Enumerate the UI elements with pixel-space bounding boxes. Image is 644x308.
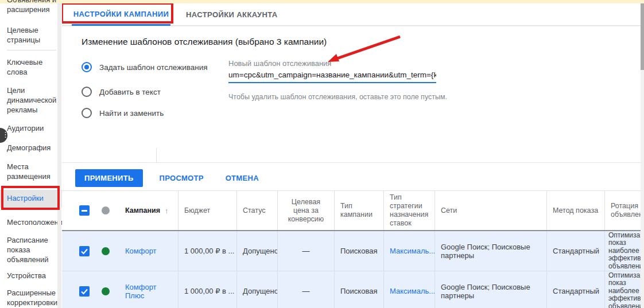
apply-button[interactable]: ПРИМЕНИТЬ (75, 169, 143, 187)
row-checkbox[interactable] (79, 246, 90, 256)
column-campaign[interactable]: Кампания (125, 206, 160, 215)
scrollbar-thumb[interactable] (641, 3, 644, 70)
sidebar-item-keywords[interactable]: Ключевые слова (7, 57, 42, 77)
page: Объявления и расширения Целевые страницы… (0, 0, 644, 308)
tracking-template-label: Новый шаблон отслеживания (228, 59, 331, 68)
radio-unselected-icon[interactable] (82, 87, 92, 97)
table-row: Комфорт 1 000,00 ₽ в ... Допущено — Поис… (62, 231, 641, 271)
column-status[interactable]: Статус (236, 191, 277, 230)
section-divider (62, 162, 641, 163)
enabled-status-icon (102, 247, 110, 255)
campaign-type-cell: Поисковая (334, 271, 383, 308)
sidebar-item-ads-extensions[interactable]: Объявления и расширения (7, 0, 56, 14)
networks-cell: Google Поиск; Поисковые партнеры (434, 231, 546, 271)
target-cpa-cell: — (277, 231, 334, 271)
status-cell: Допущено (236, 271, 277, 308)
action-bar: ПРИМЕНИТЬ ПРОСМОТР ОТМЕНА (75, 169, 267, 187)
form-column-divider (156, 148, 157, 162)
sidebar-item-settings[interactable]: Настройки (7, 193, 44, 203)
check-icon (80, 287, 88, 295)
column-ad-rotation[interactable]: Ротация объявлени (604, 191, 641, 230)
campaign-link[interactable]: Комфорт (125, 247, 157, 255)
preview-button[interactable]: ПРОСМОТР (151, 169, 212, 187)
campaign-type-cell: Поисковая (334, 231, 383, 271)
tab-campaign-settings[interactable]: НАСТРОЙКИ КАМПАНИИ (72, 3, 170, 26)
table-header-row: Кампания ↑ Бюджет Статус Целевая цена за… (62, 191, 641, 231)
cancel-button[interactable]: ОТМЕНА (217, 169, 267, 187)
enabled-status-icon (102, 287, 110, 295)
sidebar-scrollbar[interactable] (57, 3, 61, 308)
ad-rotation-cell: Оптимизац показ наиболее эффективн объяв… (604, 231, 641, 271)
radio-selected-icon[interactable] (82, 62, 92, 72)
campaign-cell: Комфорт Плюс (62, 271, 178, 308)
budget-cell: 1 000,00 ₽ в ... (178, 231, 236, 271)
sidebar-item-advanced-adjustments[interactable]: Расширенные корректировки (7, 288, 57, 307)
ad-rotation-cell: Оптимизац показ наиболее эффективн объяв… (604, 271, 641, 308)
column-serving-method[interactable]: Метод показа (546, 191, 604, 230)
tracking-template-input[interactable] (228, 71, 436, 79)
input-focus-underline (228, 82, 436, 83)
target-cpa-cell: — (277, 271, 334, 308)
sidebar-item-audiences[interactable]: Аудитории (7, 123, 44, 133)
budget-cell: 1 000,00 ₽ в ... (178, 271, 236, 308)
sidebar-item-dynamic-ad-targets[interactable]: Цели динамической рекламы (7, 85, 56, 115)
radio-label: Найти и заменить (99, 109, 164, 118)
tab-account-settings[interactable]: НАСТРОЙКИ АККАУНТА (184, 3, 280, 26)
column-networks[interactable]: Сети (434, 191, 546, 230)
form-title: Изменение шаблонов отслеживания (выбрано… (82, 37, 327, 47)
column-budget[interactable]: Бюджет (178, 191, 236, 230)
sort-ascending-icon: ↑ (165, 206, 169, 215)
campaign-link[interactable]: Комфорт Плюс (125, 283, 157, 300)
overflow-dots-icon: ⋮ (2, 130, 9, 140)
sidebar-nav: Объявления и расширения Целевые страницы… (0, 3, 57, 308)
input-help-text: Чтобы удалить шаблон отслеживания, остав… (228, 93, 447, 101)
bid-strategy-link[interactable]: Максималь... (383, 271, 434, 308)
annotation-arrow (323, 32, 409, 69)
minus-icon (82, 210, 87, 212)
radio-label: Задать шаблон отслеживания (99, 63, 208, 72)
select-all-checkbox[interactable] (79, 205, 90, 216)
campaign-cell: Комфорт (62, 231, 178, 271)
tab-bar: НАСТРОЙКИ КАМПАНИИ НАСТРОЙКИ АККАУНТА (62, 3, 641, 26)
column-bid-strategy-type[interactable]: Тип стратегии назначения ставок (383, 191, 434, 230)
networks-cell: Google Поиск; Поисковые партнеры (434, 271, 546, 308)
check-icon (80, 247, 88, 255)
sidebar-item-ad-schedule[interactable]: Расписание показа объявлений (7, 235, 49, 264)
bid-strategy-link[interactable]: Максималь... (383, 231, 434, 271)
serving-method-cell: Стандартный (546, 271, 604, 308)
sidebar-item-demographics[interactable]: Демография (7, 143, 51, 153)
sidebar-item-placements[interactable]: Места размещения (7, 162, 51, 181)
campaigns-table: Кампания ↑ Бюджет Статус Целевая цена за… (62, 190, 641, 308)
column-campaign-type[interactable]: Тип кампании (334, 191, 383, 230)
radio-set-tracking-template[interactable]: Задать шаблон отслеживания (82, 62, 208, 72)
radio-append-text[interactable]: Добавить в текст (82, 87, 161, 97)
sidebar-item-landing-pages[interactable]: Целевые страницы (7, 25, 40, 45)
sidebar-item-devices[interactable]: Устройства (7, 271, 46, 280)
page-scrollbar[interactable] (641, 3, 644, 308)
column-target-cpa[interactable]: Целевая цена за конверсию (277, 191, 334, 230)
serving-method-cell: Стандартный (546, 231, 604, 271)
sidebar-divider (7, 50, 56, 50)
main-panel: НАСТРОЙКИ КАМПАНИИ НАСТРОЙКИ АККАУНТА Из… (62, 3, 641, 308)
radio-label: Добавить в текст (99, 88, 161, 96)
status-cell: Допущено (236, 231, 277, 271)
radio-unselected-icon[interactable] (82, 108, 92, 118)
radio-find-replace[interactable]: Найти и заменить (82, 108, 164, 118)
table-row: Комфорт Плюс 1 000,00 ₽ в ... Допущено —… (62, 271, 641, 308)
header-campaign-cell: Кампания ↑ (62, 191, 178, 230)
row-checkbox[interactable] (79, 286, 90, 297)
status-dot-icon (102, 206, 110, 215)
